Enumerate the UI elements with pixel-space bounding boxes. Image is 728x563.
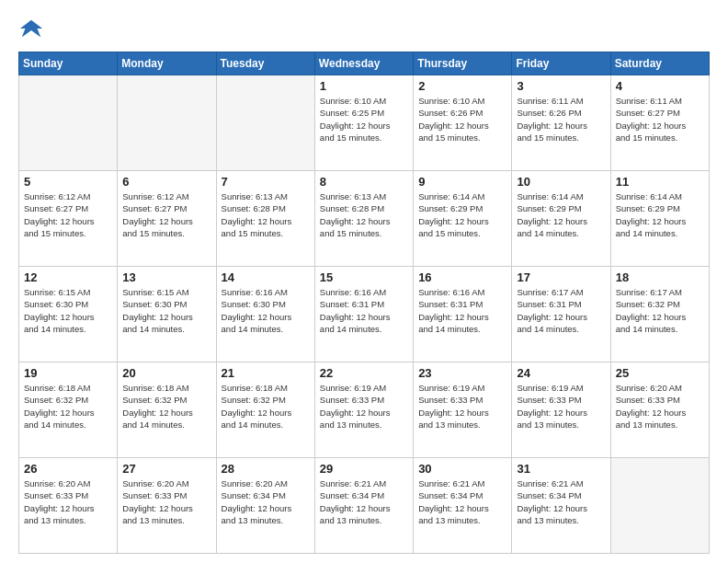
header (18, 17, 710, 42)
day-info: Sunrise: 6:18 AM Sunset: 6:32 PM Dayligh… (24, 382, 112, 431)
calendar-cell: 23Sunrise: 6:19 AM Sunset: 6:33 PM Dayli… (414, 362, 512, 458)
calendar-cell: 9Sunrise: 6:14 AM Sunset: 6:29 PM Daylig… (414, 171, 512, 267)
calendar-cell: 15Sunrise: 6:16 AM Sunset: 6:31 PM Dayli… (314, 267, 413, 362)
day-info: Sunrise: 6:14 AM Sunset: 6:29 PM Dayligh… (517, 190, 605, 239)
calendar-cell: 20Sunrise: 6:18 AM Sunset: 6:32 PM Dayli… (118, 362, 216, 458)
day-number: 9 (418, 175, 506, 189)
day-info: Sunrise: 6:21 AM Sunset: 6:34 PM Dayligh… (517, 477, 605, 526)
day-number: 30 (418, 462, 506, 476)
logo (18, 17, 48, 42)
calendar-cell: 21Sunrise: 6:18 AM Sunset: 6:32 PM Dayli… (216, 362, 314, 458)
calendar-cell: 10Sunrise: 6:14 AM Sunset: 6:29 PM Dayli… (512, 171, 610, 267)
calendar-week-row: 19Sunrise: 6:18 AM Sunset: 6:32 PM Dayli… (19, 362, 710, 458)
calendar-cell: 12Sunrise: 6:15 AM Sunset: 6:30 PM Dayli… (19, 267, 118, 362)
day-number: 22 (320, 366, 408, 380)
day-info: Sunrise: 6:16 AM Sunset: 6:30 PM Dayligh… (222, 286, 310, 335)
calendar-day-header: Friday (512, 52, 610, 75)
day-info: Sunrise: 6:18 AM Sunset: 6:32 PM Dayligh… (222, 382, 310, 431)
svg-marker-0 (20, 20, 42, 38)
day-info: Sunrise: 6:20 AM Sunset: 6:33 PM Dayligh… (24, 477, 112, 526)
day-number: 6 (122, 175, 210, 189)
day-info: Sunrise: 6:20 AM Sunset: 6:33 PM Dayligh… (122, 477, 210, 526)
calendar-cell: 7Sunrise: 6:13 AM Sunset: 6:28 PM Daylig… (216, 171, 314, 267)
day-number: 23 (418, 366, 506, 380)
day-number: 7 (222, 175, 310, 189)
day-info: Sunrise: 6:19 AM Sunset: 6:33 PM Dayligh… (418, 382, 506, 431)
calendar-cell: 4Sunrise: 6:11 AM Sunset: 6:27 PM Daylig… (610, 75, 709, 171)
day-number: 10 (517, 175, 605, 189)
calendar-table: SundayMondayTuesdayWednesdayThursdayFrid… (18, 52, 710, 554)
day-number: 11 (616, 175, 704, 189)
day-info: Sunrise: 6:12 AM Sunset: 6:27 PM Dayligh… (24, 190, 112, 239)
day-info: Sunrise: 6:12 AM Sunset: 6:27 PM Dayligh… (122, 190, 210, 239)
day-info: Sunrise: 6:19 AM Sunset: 6:33 PM Dayligh… (517, 382, 605, 431)
calendar-cell: 13Sunrise: 6:15 AM Sunset: 6:30 PM Dayli… (118, 267, 216, 362)
calendar-cell: 17Sunrise: 6:17 AM Sunset: 6:31 PM Dayli… (512, 267, 610, 362)
calendar-cell: 8Sunrise: 6:13 AM Sunset: 6:28 PM Daylig… (314, 171, 413, 267)
day-number: 21 (222, 366, 310, 380)
day-info: Sunrise: 6:16 AM Sunset: 6:31 PM Dayligh… (320, 286, 408, 335)
day-info: Sunrise: 6:13 AM Sunset: 6:28 PM Dayligh… (320, 190, 408, 239)
calendar-cell: 2Sunrise: 6:10 AM Sunset: 6:26 PM Daylig… (414, 75, 512, 171)
calendar-cell (19, 75, 118, 171)
calendar-cell: 27Sunrise: 6:20 AM Sunset: 6:33 PM Dayli… (118, 458, 216, 554)
day-number: 17 (517, 270, 605, 284)
calendar-week-row: 26Sunrise: 6:20 AM Sunset: 6:33 PM Dayli… (19, 458, 710, 554)
calendar-cell: 30Sunrise: 6:21 AM Sunset: 6:34 PM Dayli… (414, 458, 512, 554)
calendar-cell: 26Sunrise: 6:20 AM Sunset: 6:33 PM Dayli… (19, 458, 118, 554)
day-number: 12 (24, 270, 112, 284)
day-info: Sunrise: 6:11 AM Sunset: 6:27 PM Dayligh… (616, 95, 704, 144)
calendar-day-header: Wednesday (314, 52, 413, 75)
day-number: 14 (222, 270, 310, 284)
day-number: 25 (616, 366, 704, 380)
day-number: 29 (320, 462, 408, 476)
calendar-cell (216, 75, 314, 171)
calendar-week-row: 1Sunrise: 6:10 AM Sunset: 6:25 PM Daylig… (19, 75, 710, 171)
day-number: 1 (320, 79, 408, 93)
day-info: Sunrise: 6:13 AM Sunset: 6:28 PM Dayligh… (222, 190, 310, 239)
calendar-cell: 31Sunrise: 6:21 AM Sunset: 6:34 PM Dayli… (512, 458, 610, 554)
calendar-day-header: Thursday (414, 52, 512, 75)
calendar-cell: 18Sunrise: 6:17 AM Sunset: 6:32 PM Dayli… (610, 267, 709, 362)
day-number: 5 (24, 175, 112, 189)
day-number: 31 (517, 462, 605, 476)
page: SundayMondayTuesdayWednesdayThursdayFrid… (0, 0, 728, 563)
day-number: 26 (24, 462, 112, 476)
calendar-day-header: Saturday (610, 52, 709, 75)
calendar-day-header: Sunday (19, 52, 118, 75)
day-number: 16 (418, 270, 506, 284)
logo-bird-icon (18, 17, 44, 42)
day-number: 15 (320, 270, 408, 284)
day-info: Sunrise: 6:15 AM Sunset: 6:30 PM Dayligh… (24, 286, 112, 335)
calendar-cell: 22Sunrise: 6:19 AM Sunset: 6:33 PM Dayli… (314, 362, 413, 458)
calendar-cell: 25Sunrise: 6:20 AM Sunset: 6:33 PM Dayli… (610, 362, 709, 458)
day-number: 28 (222, 462, 310, 476)
calendar-cell: 24Sunrise: 6:19 AM Sunset: 6:33 PM Dayli… (512, 362, 610, 458)
calendar-cell: 28Sunrise: 6:20 AM Sunset: 6:34 PM Dayli… (216, 458, 314, 554)
day-number: 8 (320, 175, 408, 189)
calendar-cell: 3Sunrise: 6:11 AM Sunset: 6:26 PM Daylig… (512, 75, 610, 171)
calendar-cell: 14Sunrise: 6:16 AM Sunset: 6:30 PM Dayli… (216, 267, 314, 362)
calendar-cell: 19Sunrise: 6:18 AM Sunset: 6:32 PM Dayli… (19, 362, 118, 458)
day-info: Sunrise: 6:11 AM Sunset: 6:26 PM Dayligh… (517, 95, 605, 144)
calendar-cell: 6Sunrise: 6:12 AM Sunset: 6:27 PM Daylig… (118, 171, 216, 267)
calendar-header-row: SundayMondayTuesdayWednesdayThursdayFrid… (19, 52, 710, 75)
day-number: 19 (24, 366, 112, 380)
day-info: Sunrise: 6:21 AM Sunset: 6:34 PM Dayligh… (320, 477, 408, 526)
calendar-week-row: 5Sunrise: 6:12 AM Sunset: 6:27 PM Daylig… (19, 171, 710, 267)
calendar-cell: 5Sunrise: 6:12 AM Sunset: 6:27 PM Daylig… (19, 171, 118, 267)
calendar-cell: 1Sunrise: 6:10 AM Sunset: 6:25 PM Daylig… (314, 75, 413, 171)
day-info: Sunrise: 6:10 AM Sunset: 6:25 PM Dayligh… (320, 95, 408, 144)
calendar-week-row: 12Sunrise: 6:15 AM Sunset: 6:30 PM Dayli… (19, 267, 710, 362)
day-info: Sunrise: 6:18 AM Sunset: 6:32 PM Dayligh… (122, 382, 210, 431)
day-number: 18 (616, 270, 704, 284)
day-number: 13 (122, 270, 210, 284)
day-info: Sunrise: 6:20 AM Sunset: 6:34 PM Dayligh… (222, 477, 310, 526)
calendar-cell: 16Sunrise: 6:16 AM Sunset: 6:31 PM Dayli… (414, 267, 512, 362)
day-info: Sunrise: 6:14 AM Sunset: 6:29 PM Dayligh… (616, 190, 704, 239)
day-info: Sunrise: 6:19 AM Sunset: 6:33 PM Dayligh… (320, 382, 408, 431)
day-info: Sunrise: 6:16 AM Sunset: 6:31 PM Dayligh… (418, 286, 506, 335)
day-number: 20 (122, 366, 210, 380)
calendar-cell: 29Sunrise: 6:21 AM Sunset: 6:34 PM Dayli… (314, 458, 413, 554)
day-number: 27 (122, 462, 210, 476)
